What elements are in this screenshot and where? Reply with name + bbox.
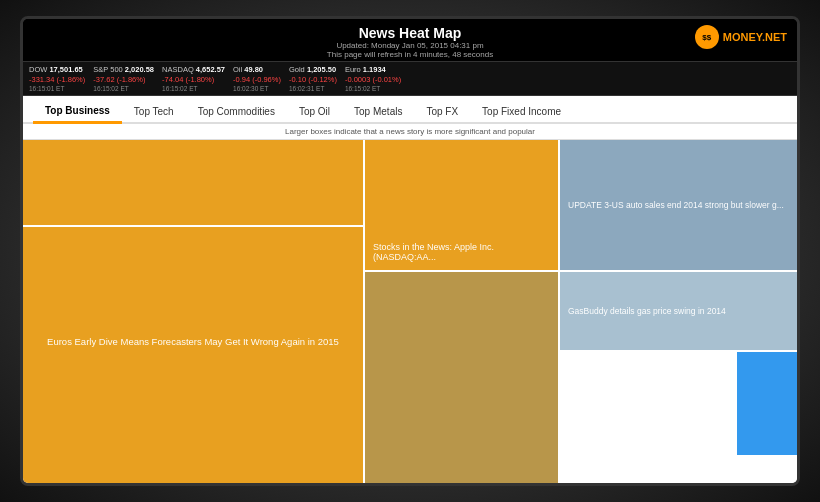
heatmap-cell-auto-story[interactable]: UPDATE 3-US auto sales end 2014 strong b… <box>560 140 797 270</box>
updated-text: Updated: Monday Jan 05, 2015 04:31 pm Th… <box>23 41 797 59</box>
ticker-dow: DOW 17,501.65 -331.34 (-1.86%) 16:15:01 … <box>29 65 85 92</box>
tab-top-fx[interactable]: Top FX <box>414 101 470 124</box>
tab-top-oil[interactable]: Top Oil <box>287 101 342 124</box>
heatmap-cell-white[interactable] <box>560 352 735 455</box>
heatmap-cell-top-left[interactable] <box>23 140 363 225</box>
nav-tabs: Top Business Top Tech Top Commodities To… <box>23 96 797 124</box>
story-auto-text: UPDATE 3-US auto sales end 2014 strong b… <box>568 200 784 210</box>
screen: News Heat Map Updated: Monday Jan 05, 20… <box>20 16 800 486</box>
heatmap-cell-euros-story[interactable]: Euros Early Dive Means Forecasters May G… <box>23 225 363 455</box>
subtitle-bar: Larger boxes indicate that a news story … <box>23 124 797 140</box>
logo-icon: $$ <box>695 25 719 49</box>
strip-orange[interactable] <box>23 455 365 483</box>
ticker-sp500: S&P 500 2,020.58 -37.62 (-1.86%) 16:15:0… <box>93 65 154 92</box>
heatmap-cell-blue[interactable] <box>737 352 797 455</box>
heatmap-right-column: UPDATE 3-US auto sales end 2014 strong b… <box>558 140 797 455</box>
story-gasbuddy-text: GasBuddy details gas price swing in 2014 <box>568 306 726 316</box>
page-title: News Heat Map <box>23 25 797 41</box>
story-stocks-text: Stocks in the News: Apple Inc.(NASDAQ:AA… <box>373 242 550 262</box>
ticker-nasdaq: NASDAQ 4,652.57 -74.04 (-1.80%) 16:15:02… <box>162 65 225 92</box>
heatmap-cell-gasbuddy-story[interactable]: GasBuddy details gas price swing in 2014 <box>560 270 797 350</box>
header: News Heat Map Updated: Monday Jan 05, 20… <box>23 19 797 61</box>
logo-text: MONEY.NET <box>723 31 787 43</box>
heatmap-middle-column: Stocks in the News: Apple Inc.(NASDAQ:AA… <box>363 140 558 455</box>
heatmap-cell-stocks-story[interactable]: Stocks in the News: Apple Inc.(NASDAQ:AA… <box>363 140 558 270</box>
tab-top-metals[interactable]: Top Metals <box>342 101 414 124</box>
ticker-bar: DOW 17,501.65 -331.34 (-1.86%) 16:15:01 … <box>23 61 797 96</box>
ticker-euro: Euro 1.1934 -0.0003 (-0.01%) 16:15:02 ET <box>345 65 401 92</box>
tab-top-fixed-income[interactable]: Top Fixed Income <box>470 101 573 124</box>
ticker-gold: Gold 1,205.50 -0.10 (-0.12%) 16:02:31 ET <box>289 65 337 92</box>
heatmap-cell-bottom-right <box>560 350 797 455</box>
ticker-oil: Oil 49.80 -0.94 (-0.96%) 16:02:30 ET <box>233 65 281 92</box>
logo: $$ MONEY.NET <box>695 25 787 49</box>
tab-top-business[interactable]: Top Business <box>33 100 122 124</box>
tab-top-commodities[interactable]: Top Commodities <box>186 101 287 124</box>
story-euros-text: Euros Early Dive Means Forecasters May G… <box>47 336 339 347</box>
strip-white[interactable] <box>560 455 797 483</box>
heatmap-left-column: Euros Early Dive Means Forecasters May G… <box>23 140 363 455</box>
heatmap-bottom-strip <box>23 455 797 483</box>
heatmap-cell-tan[interactable] <box>363 270 558 455</box>
outer-frame: News Heat Map Updated: Monday Jan 05, 20… <box>0 0 820 502</box>
heatmap: Euros Early Dive Means Forecasters May G… <box>23 140 797 455</box>
tab-top-tech[interactable]: Top Tech <box>122 101 186 124</box>
strip-tan[interactable] <box>365 455 560 483</box>
